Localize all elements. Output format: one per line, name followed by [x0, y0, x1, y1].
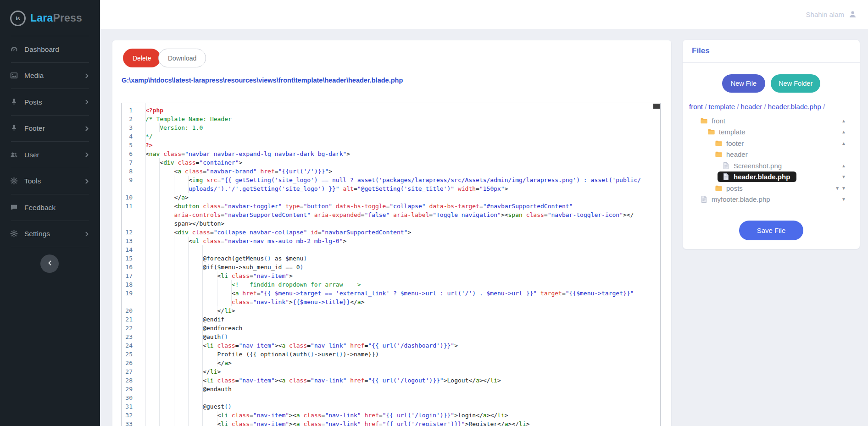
breadcrumb-item[interactable]: front	[689, 103, 703, 111]
file-icon	[722, 173, 730, 181]
tree-item-header[interactable]: header	[683, 149, 860, 160]
pin-icon	[10, 98, 18, 106]
line-number: 12	[122, 228, 139, 237]
sort-arrows-icon[interactable]: ▲	[841, 118, 848, 123]
sidebar-item-feedback[interactable]: Feedback	[0, 194, 100, 221]
code-line[interactable]: 28<li class="nav-item"><a class="nav-lin…	[122, 376, 660, 385]
sidebar-collapse-button[interactable]	[40, 254, 59, 273]
tree-item-pill: myfooter.blade.php	[696, 194, 777, 205]
breadcrumb-item[interactable]: header	[741, 103, 762, 111]
code-line[interactable]: 30	[122, 393, 660, 402]
download-button[interactable]: Download	[158, 49, 206, 67]
breadcrumb-item[interactable]: template	[709, 103, 735, 111]
tree-item-footer[interactable]: footer▲	[683, 138, 860, 149]
sort-arrows-icon[interactable]: ▲	[841, 129, 848, 134]
code-line[interactable]: span></button>	[122, 219, 660, 228]
sort-arrows-icon[interactable]: ▲	[841, 141, 848, 146]
line-number: 21	[122, 315, 139, 324]
user-name: Shahin alam	[806, 11, 844, 18]
code-line[interactable]: 12<div class="collapse navbar-collapse" …	[122, 228, 660, 237]
app-window: ls LaraPress DashboardMediaPostsFooterUs…	[0, 0, 868, 426]
editor-scrollbar-thumb[interactable]	[653, 104, 660, 109]
sidebar-item-label: Settings	[24, 230, 50, 238]
chevron-right-icon	[84, 178, 90, 184]
code-line[interactable]: 10</a>	[122, 193, 660, 202]
code-line[interactable]: 5?>	[122, 141, 660, 149]
code-line[interactable]: 32<li class="nav-item"><a class="nav-lin…	[122, 411, 660, 420]
gear-icon	[10, 230, 18, 238]
brand-logo[interactable]: ls LaraPress	[0, 0, 100, 36]
code-line[interactable]: 23@auth()	[122, 332, 660, 341]
code-text: </li>	[139, 367, 221, 376]
code-line[interactable]: 11<button class="navbar-toggler" type="b…	[122, 202, 660, 210]
code-line[interactable]: 21@endif	[122, 315, 660, 324]
code-line[interactable]: 16@if($menu->sub_menu_id == 0)	[122, 263, 660, 271]
code-line[interactable]: 1<?php	[122, 106, 660, 115]
user-menu[interactable]: Shahin alam	[806, 10, 857, 19]
code-line[interactable]: 27</li>	[122, 367, 660, 376]
code-line[interactable]: 3Version: 1.0	[122, 123, 660, 132]
code-line[interactable]: 18<!-- finddin dropdown for arraw -->	[122, 280, 660, 289]
tree-item-front[interactable]: front▲	[683, 115, 860, 127]
tree-item-template[interactable]: template▲	[683, 127, 860, 138]
code-text: @auth()	[139, 332, 228, 341]
sidebar-item-tools[interactable]: Tools	[0, 168, 100, 195]
line-number	[122, 210, 139, 219]
code-line[interactable]: 22@endforeach	[122, 324, 660, 332]
tree-item-posts[interactable]: posts▼▼	[683, 183, 860, 194]
code-line[interactable]: 2/* Template Name: Header	[122, 115, 660, 123]
sort-arrows-icon[interactable]: ▼▼	[835, 186, 848, 191]
code-line[interactable]: 9<img src="{{ getSetting('site_logo') ==…	[122, 176, 660, 184]
sidebar-item-posts[interactable]: Posts	[0, 89, 100, 116]
code-line[interactable]: uploads/').'/'.getSetting('site_logo') }…	[122, 184, 660, 193]
code-text	[139, 393, 203, 402]
code-line[interactable]: 13<ul class="navbar-nav ms-auto mb-2 mb-…	[122, 237, 660, 245]
code-line[interactable]: 19<a href="{{ $menu->target == 'external…	[122, 289, 660, 298]
code-line[interactable]: 7<div class="container">	[122, 158, 660, 167]
code-line[interactable]: 6<nav class="navbar navbar-expand-lg nav…	[122, 149, 660, 158]
code-line[interactable]: 4*/	[122, 132, 660, 141]
tree-item-header.blade.php[interactable]: header.blade.php▼	[683, 172, 860, 183]
sidebar-item-label: User	[24, 151, 39, 159]
new-file-button[interactable]: New File	[722, 74, 765, 93]
line-number: 3	[122, 123, 139, 132]
sidebar-item-dashboard[interactable]: Dashboard	[0, 36, 100, 63]
tree-item-pill: template	[703, 127, 752, 137]
line-number: 6	[122, 149, 139, 158]
code-editor[interactable]: 1<?php2/* Template Name: Header3Version:…	[121, 103, 661, 426]
sidebar-item-media[interactable]: Media	[0, 63, 100, 89]
delete-button[interactable]: Delete	[123, 49, 161, 67]
code-line[interactable]: 14	[122, 245, 660, 254]
tree-item-Screenshot.png[interactable]: Screenshot.png▲	[683, 160, 860, 172]
sidebar-item-user[interactable]: User	[0, 142, 100, 168]
code-text: <li class="nav-item"><a class="nav-link"…	[139, 376, 501, 385]
code-line[interactable]: 33<li class="nav-item"><a class="nav-lin…	[122, 420, 660, 426]
code-line[interactable]: 20</li>	[122, 306, 660, 315]
code-text: <ul class="navbar-nav ms-auto mb-2 mb-lg…	[139, 237, 346, 245]
code-line[interactable]: 24<li class="nav-item"><a class="nav-lin…	[122, 341, 660, 350]
code-line[interactable]: 29@endauth	[122, 385, 660, 393]
chevron-right-icon	[84, 152, 90, 158]
sort-arrows-icon[interactable]: ▼	[841, 174, 848, 179]
code-line[interactable]: 17<li class="nav-item">	[122, 271, 660, 280]
code-line[interactable]: 15@foreach(getMenus() as $menu)	[122, 254, 660, 263]
new-folder-button[interactable]: New Folder	[771, 74, 820, 93]
save-file-button[interactable]: Save File	[739, 221, 803, 240]
code-text: /* Template Name: Header	[139, 115, 232, 123]
line-number: 24	[122, 341, 139, 350]
code-line[interactable]: class="nav-link">{{$menu->title}}</a>	[122, 298, 660, 306]
sidebar-item-footer[interactable]: Footer	[0, 116, 100, 142]
code-text: <li class="nav-item">	[139, 271, 293, 280]
sort-arrows-icon[interactable]: ▼	[841, 197, 848, 202]
code-line[interactable]: aria-controls="navbarSupportedContent" a…	[122, 210, 660, 219]
chevron-right-icon	[84, 73, 90, 79]
code-line[interactable]: 25Profile ({{ optional(auth()->user())->…	[122, 350, 660, 359]
tree-item-label: Screenshot.png	[734, 162, 782, 170]
breadcrumb-item[interactable]: header.blade.php	[768, 103, 821, 111]
sort-arrows-icon[interactable]: ▲	[841, 163, 848, 168]
code-line[interactable]: 8<a class="navbar-brand" href="{{url('/'…	[122, 167, 660, 176]
sidebar-item-settings[interactable]: Settings	[0, 221, 100, 248]
code-line[interactable]: 31@guest()	[122, 402, 660, 411]
tree-item-myfooter.blade.php[interactable]: myfooter.blade.php▼	[683, 194, 860, 205]
code-line[interactable]: 26</a>	[122, 359, 660, 367]
